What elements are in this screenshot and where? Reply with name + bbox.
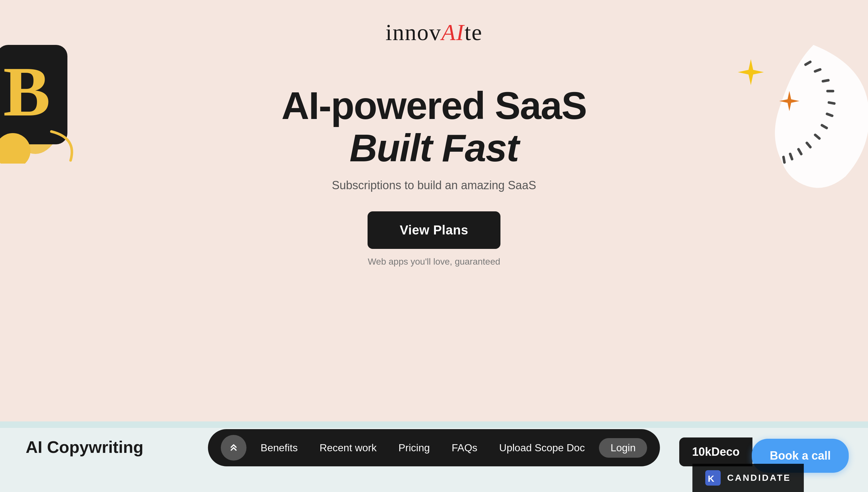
chevrons-up-icon <box>228 442 239 453</box>
white-curve-deco <box>749 39 868 200</box>
svg-marker-5 <box>779 91 800 111</box>
logo-container: innovAIte <box>385 19 483 46</box>
ai-copywriting-label: AI Copywriting <box>26 438 143 457</box>
hero-section: innovAIte B <box>0 0 868 492</box>
hero-title-line2: Built Fast <box>350 126 519 169</box>
navbar: Benefits Recent work Pricing FAQs Upload… <box>208 429 660 466</box>
logo-prefix: innov <box>385 20 441 45</box>
logo-suffix: te <box>465 20 483 45</box>
guarantee-text: Web apps you'll love, guaranteed <box>368 256 500 267</box>
deco-right <box>733 26 868 180</box>
hero-title: AI-powered SaaS Built Fast <box>282 84 586 169</box>
view-plans-button[interactable]: View Plans <box>368 211 500 249</box>
deco-left: B <box>0 26 87 165</box>
scroll-up-button[interactable] <box>221 435 247 461</box>
deco-left-svg: B <box>0 26 87 164</box>
candidate-logo-icon: K <box>705 470 721 486</box>
login-button[interactable]: Login <box>599 438 647 458</box>
hero-title-line1: AI-powered SaaS <box>282 84 586 127</box>
svg-text:K: K <box>708 474 715 484</box>
10kdeco-badge: 10kDeco <box>679 438 752 466</box>
logo: innovAIte <box>385 19 483 46</box>
nav-recent-work[interactable]: Recent work <box>312 439 384 457</box>
candidate-badge: K CANDIDATE <box>693 464 804 492</box>
nav-benefits[interactable]: Benefits <box>253 439 306 457</box>
nav-pricing[interactable]: Pricing <box>391 439 438 457</box>
svg-marker-4 <box>738 59 764 85</box>
hero-subtitle: Subscriptions to build an amazing SaaS <box>282 179 586 192</box>
hero-content: AI-powered SaaS Built Fast Subscriptions… <box>282 84 586 267</box>
candidate-label: CANDIDATE <box>727 473 791 483</box>
cta-container: View Plans Web apps you'll love, guarant… <box>282 211 586 267</box>
svg-text:B: B <box>3 53 50 131</box>
star-orange-icon <box>778 90 801 114</box>
logo-highlight: AI <box>441 20 465 45</box>
svg-rect-9 <box>826 90 834 92</box>
star-yellow-icon <box>736 58 765 88</box>
nav-faqs[interactable]: FAQs <box>444 439 485 457</box>
nav-upload-scope[interactable]: Upload Scope Doc <box>491 439 592 457</box>
